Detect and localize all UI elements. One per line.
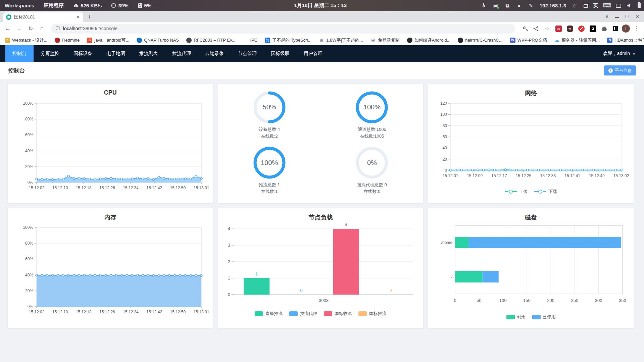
svg-text:40%: 40% (25, 273, 33, 277)
ring-caption: 拉流代理总数:0在线数:0 (357, 182, 387, 195)
nav-item-7[interactable]: 云端录像 (198, 45, 231, 62)
browser-toolbar: ← → ↻ ⌂ ⓘ localhost:38080/#/console ☆ JS… (0, 22, 644, 35)
app-indicator-icon[interactable]: ● (516, 3, 522, 9)
bookmark-item[interactable]: ⊕免登录复制 (370, 37, 400, 43)
bookmark-item[interactable]: 如何编译Android... (407, 37, 451, 43)
extensions-puzzle-icon[interactable] (599, 23, 609, 34)
bookmark-favicon-letter: 知 (265, 38, 270, 43)
workspace-switcher-icon[interactable] (584, 4, 588, 8)
extension-mask[interactable]: ∞ (565, 23, 575, 34)
stat-ring: 0%拉流代理总数:0在线数:0 (320, 143, 423, 199)
bookmark-favicon-circle (55, 38, 60, 43)
extension-js[interactable]: JS (553, 23, 563, 34)
restore-window-button[interactable] (626, 15, 629, 18)
bookmark-item[interactable]: RFC2833 – RTP Ev... (186, 38, 235, 43)
nav-item-4[interactable]: 电子地图 (99, 45, 132, 62)
user-menu[interactable]: 欢迎，admin ∨ (603, 51, 644, 57)
home-tray-icon[interactable]: ⌂ (572, 3, 578, 9)
close-window-button[interactable]: × (636, 13, 639, 20)
bookmark-item[interactable]: 知了不起的 TypeScri... (265, 37, 311, 43)
tab-close-icon[interactable]: × (75, 14, 81, 20)
password-key-icon[interactable] (519, 23, 529, 34)
url-path: :38080/#/console (82, 26, 117, 31)
desktop-top-bar: Workspaces 应用程序 526 KB/s 39% 5% 1月10日 星期… (0, 0, 644, 11)
battery-icon[interactable] (638, 3, 641, 8)
bookmark-item[interactable]: IPC (243, 38, 257, 43)
svg-text:0: 0 (445, 168, 447, 173)
ring-caption: 设备总数:4在线数:2 (259, 126, 280, 140)
address-bar[interactable]: ⓘ localhost:38080/#/console (51, 24, 515, 34)
minimize-button[interactable] (615, 17, 619, 18)
input-method-indicator[interactable]: 英 (593, 2, 598, 9)
share-icon[interactable] (531, 23, 541, 34)
svg-text:15:12:09: 15:12:09 (467, 173, 483, 178)
nav-item-8[interactable]: 节点管理 (231, 45, 264, 62)
cpu-chart-title: CPU (8, 84, 213, 99)
volume-icon[interactable] (627, 3, 632, 8)
bookmark-item[interactable]: WWVP-PRO文档 (510, 37, 547, 43)
ring-progress: 0% (355, 146, 389, 179)
legend-label: 国标推流 (369, 311, 386, 317)
back-button[interactable]: ← (3, 23, 13, 34)
svg-text:15:12:34: 15:12:34 (123, 310, 139, 314)
workspaces-button[interactable]: Workspaces (5, 3, 34, 8)
nav-item-10[interactable]: 用户管理 (297, 45, 330, 62)
bookmark-item[interactable]: Redmine (55, 38, 80, 43)
site-info-icon[interactable]: ⓘ (56, 25, 60, 32)
nav-item-3[interactable]: 国标设备 (66, 45, 99, 62)
home-button[interactable]: ⌂ (37, 23, 47, 34)
bookmark-star-icon[interactable]: ☆ (542, 23, 552, 34)
display-tray-icon[interactable] (616, 4, 621, 8)
tab-search-chevron-icon[interactable]: ∨ (605, 14, 608, 19)
forward-button[interactable]: → (14, 23, 24, 34)
bookmark-item[interactable]: NHDAtmos :: 种子 *... (607, 37, 644, 43)
disk-legend: 剩余已使用 (428, 314, 634, 320)
bing-tray-icon[interactable]: b (481, 3, 487, 9)
screenshot-tray-icon[interactable]: ▣ (493, 3, 499, 9)
cpu-usage-indicator[interactable]: 39% (111, 3, 128, 8)
memory-chart: 0%20%40%60%80%100%15:12:0215:12:1015:12:… (8, 223, 213, 324)
bookmark-favicon-folder (243, 38, 248, 43)
new-tab-button[interactable]: + (85, 13, 94, 21)
profile-avatar[interactable]: I (622, 24, 630, 33)
bookmark-item[interactable]: ≡Webstack - 设计... (5, 37, 47, 43)
nav-item-2[interactable]: 分屏监控 (34, 45, 66, 62)
svg-text:15:12:18: 15:12:18 (76, 310, 92, 314)
memory-usage-indicator[interactable]: 5% (138, 3, 152, 8)
svg-text:1: 1 (255, 271, 258, 276)
keyboard-tray-icon[interactable]: ⌨ (604, 3, 610, 9)
disk-chart-title: 磁盘 (428, 208, 634, 223)
bookmark-item[interactable]: ☁服务器 - 轻量应用... (554, 37, 600, 43)
svg-text:300: 300 (595, 298, 602, 303)
ip-address-indicator[interactable]: 192.168.1.3 (540, 3, 566, 8)
extension-qr[interactable] (588, 23, 598, 34)
nav-item-9[interactable]: 国标级联 (264, 45, 297, 62)
bookmark-item[interactable]: hairrrrr/C-CrashC... (458, 38, 502, 43)
network-speed-indicator[interactable]: 526 KB/s (73, 3, 102, 8)
applications-menu[interactable]: 应用程序 (44, 2, 64, 9)
svg-text:40: 40 (443, 146, 447, 150)
nav-item-6[interactable]: 拉流代理 (165, 45, 198, 62)
bookmark-item[interactable]: ⊕1.8W字|了不起的... (319, 37, 363, 43)
extension-adblock[interactable] (576, 23, 586, 34)
tool-tray-icon[interactable]: ✎ (528, 3, 534, 9)
clipboard-tray-icon[interactable]: ⧉ (504, 3, 510, 9)
bookmark-favicon-circle (186, 38, 192, 43)
svg-text:15:12:10: 15:12:10 (52, 186, 68, 190)
welcome-label: 欢迎，admin (603, 51, 630, 57)
svg-text:15:12:18: 15:12:18 (76, 186, 92, 190)
clock[interactable]: 1月10日 星期二 15：13 (294, 2, 347, 9)
reload-button[interactable]: ↻ (26, 23, 36, 34)
bookmark-item[interactable]: Cjava、android可... (87, 37, 129, 43)
browser-menu-icon[interactable]: ⋮ (631, 23, 641, 34)
nav-item-5[interactable]: 推流列表 (132, 45, 165, 62)
browser-tab[interactable]: 国标28181 × (3, 12, 83, 22)
svg-text:100: 100 (499, 298, 507, 303)
bookmark-item[interactable]: QNAP Turbo NAS (137, 38, 179, 43)
ring-caption: 推流总数:1在线数:1 (259, 182, 280, 195)
nav-item-1[interactable]: 控制台 (5, 45, 34, 62)
reading-list-icon[interactable] (610, 23, 621, 34)
bookmarks-bar: ≡Webstack - 设计...RedmineCjava、android可..… (0, 35, 644, 45)
bookmark-favicon-letter: N (607, 38, 612, 43)
platform-info-button[interactable]: i 平台信息 (604, 65, 636, 75)
